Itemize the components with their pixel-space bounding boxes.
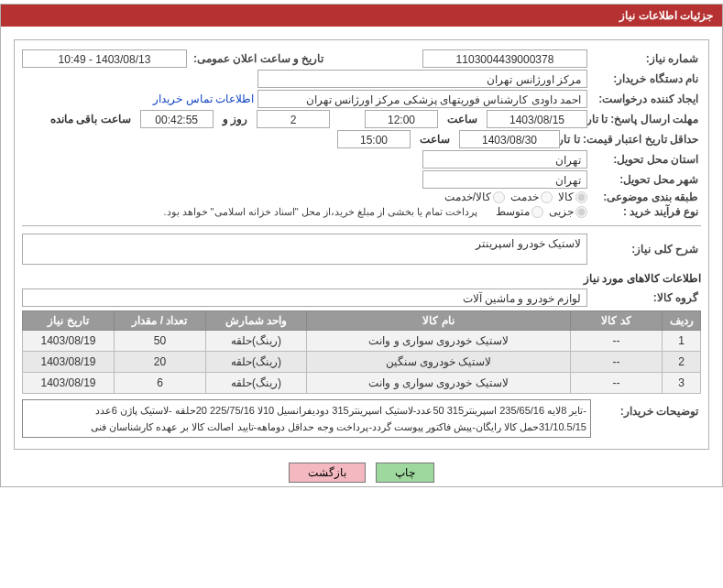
announce-label: تاریخ و ساعت اعلان عمومی: (191, 52, 326, 65)
table-row: 3--لاستیک خودروی سواری و وانت(رینگ)حلقه6… (23, 373, 701, 394)
th-unit: واحد شمارش (206, 311, 307, 331)
validity-date: 1403/08/30 (459, 130, 560, 148)
table-header: ردیف کد کالا نام کالا واحد شمارش تعداد /… (23, 311, 701, 331)
items-table: ردیف کد کالا نام کالا واحد شمارش تعداد /… (22, 310, 701, 394)
cell-unit: (رینگ)حلقه (206, 352, 307, 373)
validity-label: حداقل تاریخ اعتبار قیمت: تا تاریخ: (564, 133, 701, 146)
panel-title: جزئیات اطلاعات نیاز (1, 5, 722, 27)
cell-unit: (رینگ)حلقه (206, 373, 307, 394)
cell-qty: 6 (115, 373, 206, 394)
panel-body: شماره نیاز: 1103004439000378 تاریخ و ساع… (14, 39, 709, 450)
validity-time: 15:00 (337, 130, 411, 148)
countdown: 00:42:55 (140, 110, 214, 128)
cell-qty: 20 (115, 352, 206, 373)
deadline-label: مهلت ارسال پاسخ: تا تاریخ: (591, 113, 701, 125)
table-row: 1--لاستیک خودروی سواری و وانت(رینگ)حلقه5… (23, 331, 701, 352)
requester-value: احمد داودی کارشناس فوریتهای پزشکی مرکز ا… (257, 90, 587, 108)
process-label: نوع فرآیند خرید : (591, 205, 701, 218)
announce-value: 1403/08/13 - 10:49 (22, 49, 187, 68)
cell-date: 1403/08/19 (23, 331, 115, 352)
province-label: استان محل تحویل: (591, 153, 701, 166)
time-label-1: ساعت (442, 113, 483, 125)
buyer-contact-link[interactable]: اطلاعات تماس خریدار (153, 93, 254, 105)
detail-panel: جزئیات اطلاعات نیاز شماره نیاز: 11030044… (0, 4, 723, 487)
cell-unit: (رینگ)حلقه (206, 331, 307, 352)
cell-row: 3 (663, 373, 701, 394)
radio-jozi[interactable]: جزیی (549, 205, 587, 218)
back-button[interactable]: بازگشت (289, 463, 366, 483)
group-value: لوازم خودرو و ماشین آلات (22, 289, 587, 307)
buyer-value: مرکز اورژانس تهران (257, 70, 587, 88)
radio-kala-khadamat[interactable]: کالا/خدمت (444, 191, 505, 203)
cell-qty: 50 (115, 331, 206, 352)
deadline-date: 1403/08/15 (487, 110, 587, 128)
need-no-value: 1103004439000378 (422, 49, 587, 68)
city-value: تهران (422, 170, 587, 189)
cell-name: لاستیک خودروی سواری و وانت (307, 373, 571, 394)
cell-row: 1 (663, 331, 701, 352)
buyer-desc-label: توضیحات خریدار: (591, 399, 701, 418)
cell-name: لاستیک خودروی سواری و وانت (307, 331, 571, 352)
buyer-desc-value: -تایر 8لایه 235/65/16 اسپرینتر315 50عدد-… (22, 399, 591, 438)
radio-khadamat[interactable]: خدمت (510, 191, 553, 203)
radio-kala[interactable]: کالا (558, 191, 587, 203)
province-value: تهران (422, 150, 587, 169)
need-no-label: شماره نیاز: (591, 52, 701, 65)
deadline-time: 12:00 (365, 110, 438, 128)
time-label-2: ساعت (414, 133, 455, 146)
cell-row: 2 (663, 352, 701, 373)
cell-code: -- (571, 331, 663, 352)
city-label: شهر محل تحویل: (591, 173, 701, 186)
group-label: گروه کالا: (591, 291, 701, 304)
items-section-title: اطلاعات کالاهای مورد نیاز (22, 272, 701, 285)
th-date: تاریخ نیاز (23, 311, 115, 331)
buyer-label: نام دستگاه خریدار: (591, 72, 701, 85)
cell-date: 1403/08/19 (23, 352, 115, 373)
th-qty: تعداد / مقدار (115, 311, 206, 331)
cell-code: -- (571, 373, 663, 394)
summary-label: شرح کلی نیاز: (591, 243, 701, 256)
days-label: روز و (217, 113, 253, 125)
remain-label: ساعت باقی مانده (45, 113, 137, 125)
table-row: 2--لاستیک خودروی سنگین(رینگ)حلقه201403/0… (23, 352, 701, 373)
button-row: چاپ بازگشت (1, 463, 722, 483)
days-remaining: 2 (257, 110, 330, 128)
payment-note: پرداخت تمام یا بخشی از مبلغ خرید،از محل … (163, 206, 477, 218)
cell-code: -- (571, 352, 663, 373)
print-button[interactable]: چاپ (376, 463, 434, 483)
class-label: طبقه بندی موضوعی: (591, 191, 701, 203)
th-code: کد کالا (571, 311, 663, 331)
summary-value: لاستیک خودرو اسپرینتر (22, 234, 587, 265)
cell-name: لاستیک خودروی سنگین (307, 352, 571, 373)
th-name: نام کالا (307, 311, 571, 331)
requester-label: ایجاد کننده درخواست: (591, 93, 701, 105)
th-row: ردیف (663, 311, 701, 331)
cell-date: 1403/08/19 (23, 373, 115, 394)
radio-motavaset[interactable]: متوسط (496, 205, 543, 218)
